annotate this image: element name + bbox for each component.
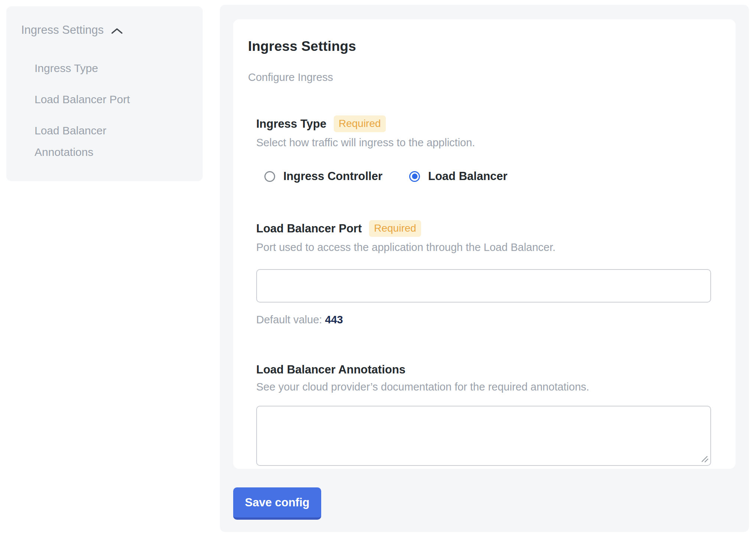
required-badge: Required [369, 220, 421, 237]
sidebar-group-ingress-settings[interactable]: Ingress Settings [21, 23, 192, 37]
default-value: 443 [325, 314, 343, 326]
default-value-line: Default value:443 [256, 314, 711, 326]
main-panel: Ingress Settings Configure Ingress Ingre… [220, 5, 749, 532]
sidebar-item-ingress-type[interactable]: Ingress Type [35, 58, 150, 79]
radio-label-load-balancer[interactable]: Load Balancer [428, 170, 508, 183]
page: Ingress Settings Ingress Type Load Balan… [0, 0, 756, 539]
load-balancer-annotations-label: Load Balancer Annotations [256, 363, 405, 376]
page-title: Ingress Settings [248, 39, 711, 54]
section-load-balancer-port: Load Balancer Port Required Port used to… [256, 220, 711, 326]
load-balancer-annotations-description: See your cloud provider’s documentation … [256, 381, 711, 393]
sidebar-item-list: Ingress Type Load Balancer Port Load Bal… [35, 58, 150, 163]
required-badge: Required [334, 115, 386, 132]
load-balancer-annotations-textarea[interactable] [256, 406, 711, 466]
section-load-balancer-annotations: Load Balancer Annotations See your cloud… [256, 363, 711, 466]
save-config-button[interactable]: Save config [233, 487, 321, 520]
radio-unselected-icon[interactable] [264, 171, 275, 182]
page-subtitle: Configure Ingress [248, 71, 711, 84]
radio-label-ingress-controller[interactable]: Ingress Controller [283, 170, 382, 183]
radio-option-ingress-controller[interactable]: Ingress Controller [264, 170, 382, 183]
load-balancer-port-description: Port used to access the application thro… [256, 241, 711, 254]
sidebar-item-load-balancer-port[interactable]: Load Balancer Port [35, 89, 150, 110]
ingress-type-description: Select how traffic will ingress to the a… [256, 137, 711, 149]
annotations-textarea-wrap [256, 406, 711, 466]
resize-handle-icon[interactable] [701, 455, 709, 463]
settings-nav-sidebar: Ingress Settings Ingress Type Load Balan… [6, 6, 203, 181]
ingress-type-label: Ingress Type [256, 117, 326, 131]
sidebar-item-load-balancer-annotations[interactable]: Load Balancer Annotations [35, 120, 150, 163]
load-balancer-port-input[interactable] [256, 269, 711, 303]
chevron-up-icon [111, 27, 123, 34]
default-value-label: Default value: [256, 314, 322, 326]
ingress-settings-card: Ingress Settings Configure Ingress Ingre… [233, 19, 736, 469]
section-ingress-type: Ingress Type Required Select how traffic… [256, 115, 711, 183]
load-balancer-port-label: Load Balancer Port [256, 222, 362, 235]
radio-option-load-balancer[interactable]: Load Balancer [409, 170, 508, 183]
ingress-type-radio-group: Ingress Controller Load Balancer [264, 170, 711, 183]
sidebar-group-label: Ingress Settings [21, 23, 104, 37]
radio-selected-icon[interactable] [409, 171, 420, 182]
